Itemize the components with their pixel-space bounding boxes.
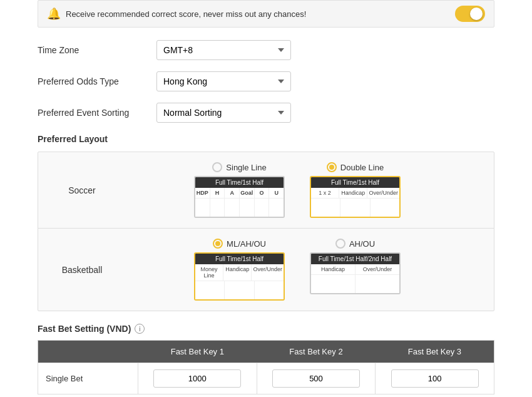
- odds-type-select[interactable]: Hong Kong: [156, 71, 291, 91]
- timezone-row: Time Zone GMT+8: [38, 40, 494, 60]
- fast-bet-single-row: Single Bet: [38, 363, 494, 394]
- basketball-ml-header: Full Time/1st Half: [195, 254, 284, 264]
- basketball-ah-preview: Full Time/1st Half/2nd Half Handicap Ove…: [310, 252, 401, 294]
- event-sorting-select[interactable]: Normal Sorting: [156, 103, 291, 123]
- basketball-ml-ah-ou-radio[interactable]: [213, 239, 223, 249]
- basketball-ah-ou-option[interactable]: AH/OU Full Time/1st Half/2nd Half Handic…: [310, 239, 401, 301]
- soccer-double-line-text: Double Line: [340, 163, 384, 172]
- basketball-ah-body: [311, 274, 399, 293]
- layout-title: Preferred Layout: [38, 134, 494, 144]
- info-icon[interactable]: i: [135, 324, 145, 334]
- bball-ah-col-handicap: Handicap: [311, 264, 356, 274]
- fast-bet-col-key3: Fast Bet Key 3: [376, 341, 494, 363]
- fast-bet-single-key2-cell: [257, 363, 376, 394]
- basketball-ml-cols: Money Line Handicap Over/Under: [195, 264, 284, 281]
- fast-bet-title: Fast Bet Setting (VND) i: [38, 324, 494, 334]
- soccer-sport-name: Soccer: [51, 185, 113, 195]
- soccer-body-cell-1: [195, 198, 210, 217]
- basketball-ml-body: [195, 281, 284, 299]
- soccer-single-line-preview: Full Time/1st Half HDP H A Goal O U: [194, 176, 285, 218]
- soccer-double-line-radio[interactable]: [327, 162, 337, 172]
- fast-bet-header-row: Fast Bet Key 1 Fast Bet Key 2 Fast Bet K…: [38, 341, 494, 363]
- basketball-ah-ou-label[interactable]: AH/OU: [335, 239, 375, 249]
- timezone-label: Time Zone: [38, 45, 156, 55]
- soccer-dbl-body-1: [311, 198, 340, 217]
- fast-bet-table: Fast Bet Key 1 Fast Bet Key 2 Fast Bet K…: [38, 340, 494, 394]
- soccer-double-line-body: [311, 198, 399, 217]
- soccer-layout-options: Single Line Full Time/1st Half HDP H A G…: [113, 162, 481, 218]
- basketball-ml-preview: Full Time/1st Half Money Line Handicap O…: [194, 252, 285, 301]
- notification-toggle[interactable]: [455, 6, 485, 22]
- soccer-body-cell-2: [210, 198, 225, 217]
- bball-col-overunder: Over/Under: [252, 264, 284, 281]
- soccer-single-line-cols: HDP H A Goal O U: [195, 188, 284, 198]
- basketball-ah-cols: Handicap Over/Under: [311, 264, 399, 274]
- bell-icon: 🔔: [47, 7, 61, 21]
- bball-ah-col-overunder: Over/Under: [356, 264, 399, 274]
- soccer-body-cell-4: [240, 198, 255, 217]
- odds-type-label: Preferred Odds Type: [38, 76, 156, 86]
- soccer-col-o: O: [255, 188, 270, 198]
- fast-bet-key2-input[interactable]: [272, 369, 360, 388]
- fast-bet-col-key1: Fast Bet Key 1: [138, 341, 257, 363]
- bball-col-handicap: Handicap: [223, 264, 252, 281]
- fast-bet-key3-input[interactable]: [391, 369, 479, 388]
- notification-text: Receive recommended correct score, never…: [66, 9, 306, 19]
- toggle-thumb: [470, 8, 483, 20]
- fast-bet-col-empty: [38, 341, 138, 363]
- basketball-layout-row: Basketball ML/AH/OU Full Time/1st Half M…: [38, 229, 494, 311]
- event-sorting-label: Preferred Event Sorting: [38, 108, 156, 118]
- basketball-ml-ah-ou-option[interactable]: ML/AH/OU Full Time/1st Half Money Line H…: [194, 239, 285, 301]
- soccer-dbl-body-2: [340, 198, 370, 217]
- bball-ml-body-3: [255, 281, 284, 299]
- fast-bet-col-key2: Fast Bet Key 2: [257, 341, 376, 363]
- bball-ml-body-2: [225, 281, 254, 299]
- fast-bet-single-key1-cell: [138, 363, 257, 394]
- bball-col-moneyline: Money Line: [195, 264, 223, 281]
- soccer-single-line-option[interactable]: Single Line Full Time/1st Half HDP H A G…: [194, 162, 285, 218]
- soccer-dbl-col-handicap: Handicap: [339, 188, 367, 198]
- soccer-double-line-preview: Full Time/1st Half 1 x 2 Handicap Over/U…: [310, 176, 401, 218]
- timezone-select[interactable]: GMT+8: [156, 40, 291, 60]
- soccer-col-hdp: HDP: [195, 188, 210, 198]
- fast-bet-key1-input[interactable]: [153, 369, 241, 388]
- toggle-track: [455, 6, 485, 22]
- soccer-dbl-col-overunder: Over/Under: [367, 188, 399, 198]
- basketball-ah-ou-text: AH/OU: [349, 239, 375, 249]
- notification-bar: 🔔 Receive recommended correct score, nev…: [38, 0, 494, 28]
- fast-bet-title-text: Fast Bet Setting (VND): [38, 324, 131, 334]
- soccer-col-a: A: [225, 188, 240, 198]
- basketball-layout-options: ML/AH/OU Full Time/1st Half Money Line H…: [113, 239, 481, 301]
- event-sorting-row: Preferred Event Sorting Normal Sorting: [38, 103, 494, 123]
- soccer-dbl-col-1x2: 1 x 2: [311, 188, 339, 198]
- bball-ah-body-1: [311, 274, 356, 293]
- soccer-single-line-radio[interactable]: [212, 162, 222, 172]
- soccer-body-cell-5: [255, 198, 270, 217]
- soccer-single-line-text: Single Line: [226, 163, 266, 172]
- notification-left: 🔔 Receive recommended correct score, nev…: [47, 7, 306, 21]
- basketball-ml-ah-ou-label[interactable]: ML/AH/OU: [213, 239, 266, 249]
- soccer-double-line-header: Full Time/1st Half: [311, 177, 399, 188]
- soccer-double-line-label[interactable]: Double Line: [327, 162, 384, 172]
- basketball-sport-name: Basketball: [51, 265, 113, 275]
- soccer-dbl-body-3: [371, 198, 399, 217]
- fast-bet-single-key3-cell: [376, 363, 494, 394]
- soccer-single-line-label[interactable]: Single Line: [212, 162, 266, 172]
- soccer-col-h: H: [210, 188, 225, 198]
- soccer-single-line-body: [195, 198, 284, 217]
- basketball-ah-ou-radio[interactable]: [335, 239, 345, 249]
- layout-container: Soccer Single Line Full Time/1st Half HD…: [38, 152, 494, 311]
- bball-ah-body-2: [356, 274, 399, 293]
- fast-bet-single-label: Single Bet: [38, 363, 138, 394]
- soccer-layout-row: Soccer Single Line Full Time/1st Half HD…: [38, 152, 494, 229]
- soccer-body-cell-6: [269, 198, 284, 217]
- soccer-double-line-cols: 1 x 2 Handicap Over/Under: [311, 188, 399, 198]
- odds-type-row: Preferred Odds Type Hong Kong: [38, 71, 494, 91]
- soccer-col-goal: Goal: [240, 188, 255, 198]
- bball-ml-body-1: [195, 281, 225, 299]
- soccer-body-cell-3: [225, 198, 240, 217]
- basketball-ml-ah-ou-text: ML/AH/OU: [227, 239, 266, 249]
- soccer-col-u: U: [269, 188, 284, 198]
- soccer-double-line-option[interactable]: Double Line Full Time/1st Half 1 x 2 Han…: [310, 162, 401, 218]
- basketball-ah-header: Full Time/1st Half/2nd Half: [311, 254, 399, 264]
